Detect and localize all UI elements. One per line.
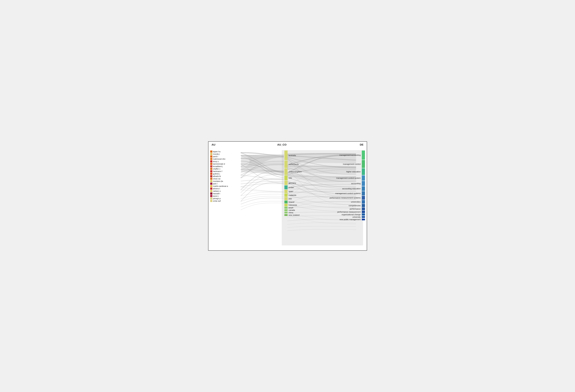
- author-color-box: [210, 163, 212, 165]
- keyword-bar: [362, 186, 365, 191]
- country-name: new zealand: [289, 214, 300, 216]
- author-item: ahrens t: [210, 188, 228, 190]
- country-item: germany: [285, 181, 302, 185]
- author-color-box: [210, 195, 212, 197]
- country-name: china: [289, 212, 293, 214]
- keyword-name: new public management: [339, 218, 360, 220]
- author-item: jamil r: [210, 155, 228, 157]
- keyword-item: accounting education: [342, 186, 365, 191]
- country-item: finland: [285, 201, 302, 203]
- keyword-name: university: [352, 216, 360, 218]
- country-name: australia: [289, 154, 296, 156]
- country-bar: [285, 197, 288, 200]
- keyword-name: universities: [351, 201, 360, 203]
- keyword-name: management accounting: [339, 154, 360, 156]
- keyword-bar: [362, 200, 365, 204]
- country-name: indonesia: [289, 204, 297, 206]
- keyword-item: performance measurement systems: [330, 196, 365, 200]
- author-name: mahmood nhn: [213, 158, 225, 160]
- author-name: chow cw: [213, 178, 220, 180]
- country-bar: [285, 181, 288, 185]
- author-name: mundy j: [213, 153, 220, 155]
- author-name: kpper hu: [213, 151, 221, 152]
- author-color-box: [210, 180, 212, 182]
- author-color-box: [210, 151, 212, 152]
- country-item: malaysia: [285, 194, 302, 197]
- author-item: jack l: [210, 183, 228, 185]
- keyword-item: accounting: [351, 181, 365, 186]
- author-item: perego p: [210, 197, 228, 199]
- author-color-box: [210, 165, 212, 167]
- country-item: spain: [285, 190, 302, 193]
- author-color-box: [210, 190, 212, 192]
- keyword-bar: [362, 175, 365, 181]
- country-bar: [285, 151, 288, 160]
- keyword-item: organizational change: [342, 214, 365, 216]
- author-item: hassall t: [210, 193, 228, 195]
- country-bar: [285, 194, 288, 197]
- author-name: alharbi ib: [213, 175, 221, 177]
- country-bar: [285, 209, 288, 211]
- country-name: canada: [289, 209, 295, 211]
- keyword-bar: [362, 196, 365, 200]
- author-list: kpper hu mundy j jamil r mahmood nhn dru…: [210, 151, 228, 202]
- keyword-name: higher education: [346, 171, 360, 173]
- country-bar: [285, 168, 288, 175]
- keyword-name: accounting: [351, 182, 360, 185]
- keyword-bar: [362, 168, 365, 175]
- de-column-header: DE: [360, 143, 363, 146]
- author-color-box: [210, 175, 212, 177]
- author-item: drury c: [210, 160, 228, 162]
- country-name: finland: [289, 201, 294, 203]
- keyword-bar: [362, 216, 365, 218]
- country-item: usa: [285, 197, 302, 200]
- author-color-box: [210, 173, 212, 175]
- keyword-item: management accounting: [339, 151, 365, 160]
- author-color-box: [210, 183, 212, 185]
- author-item: mahmood nhn: [210, 158, 228, 160]
- keyword-name: performance measurement systems: [330, 197, 360, 199]
- author-color-box: [210, 168, 212, 170]
- country-name: jordan: [289, 186, 294, 188]
- keyword-bar: [362, 191, 365, 196]
- country-name: spain: [289, 190, 293, 193]
- author-item: chow cw: [210, 178, 228, 180]
- country-bar: [285, 185, 288, 189]
- country-list: australia netherlands united kingdom ita…: [285, 151, 302, 216]
- author-item: nielsen s: [210, 190, 228, 192]
- keyword-bar: [362, 204, 365, 207]
- au-column-header: AU: [212, 143, 216, 146]
- keyword-item: universities: [351, 200, 365, 204]
- country-item: australia: [285, 151, 302, 160]
- author-item: guthrie j: [210, 173, 228, 175]
- keyword-name: performance measurement: [337, 211, 360, 213]
- keyword-name: management control: [343, 163, 360, 165]
- sankey-chart: AU AU_CO DE: [208, 141, 367, 251]
- author-name: hassall t: [213, 193, 220, 195]
- author-name: drury c: [213, 160, 219, 162]
- country-name: united kingdom: [289, 171, 302, 173]
- country-item: united kingdom: [285, 168, 302, 175]
- country-name: usa: [289, 197, 292, 200]
- country-bar: [285, 204, 288, 206]
- country-item: indonesia: [285, 204, 302, 206]
- author-item: montano jla: [210, 180, 228, 182]
- author-item: martin-sardesai a: [210, 185, 228, 187]
- keyword-bar: [362, 160, 365, 168]
- keyword-list: management accounting management control…: [330, 151, 365, 220]
- author-name: montano jla: [213, 180, 223, 182]
- author-color-box: [210, 193, 212, 195]
- keyword-item: management control: [343, 160, 365, 168]
- author-item: broadbent j: [210, 165, 228, 167]
- country-bar: [285, 175, 288, 180]
- author-item: alharbi ib: [210, 175, 228, 177]
- keyword-bar: [362, 214, 365, 216]
- author-color-box: [210, 185, 212, 187]
- keyword-item: performance measurement: [337, 211, 365, 213]
- keyword-item: performance: [350, 207, 365, 210]
- keyword-name: management control systems: [335, 192, 361, 195]
- author-item: kpper hu: [210, 151, 228, 152]
- country-name: italy: [289, 177, 292, 179]
- country-bar: [285, 161, 288, 168]
- country-name: malaysia: [289, 194, 296, 196]
